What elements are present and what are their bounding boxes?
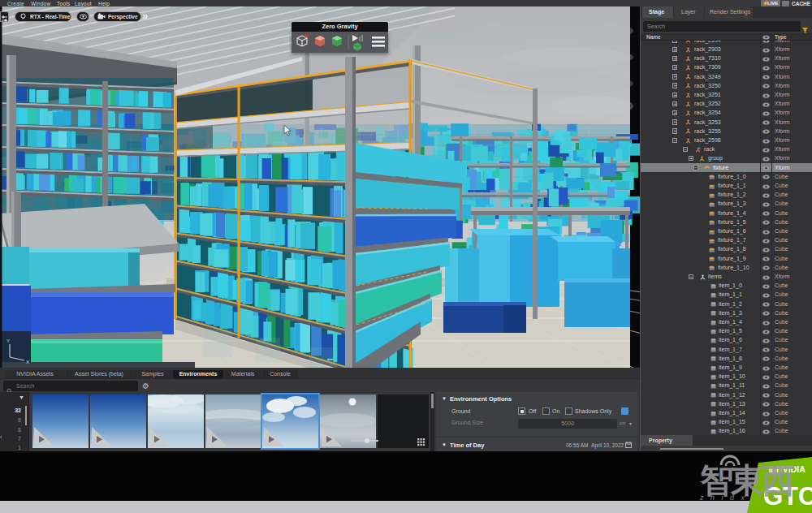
svg-text:Y: Y xyxy=(6,338,10,343)
svg-text:X: X xyxy=(26,360,29,364)
